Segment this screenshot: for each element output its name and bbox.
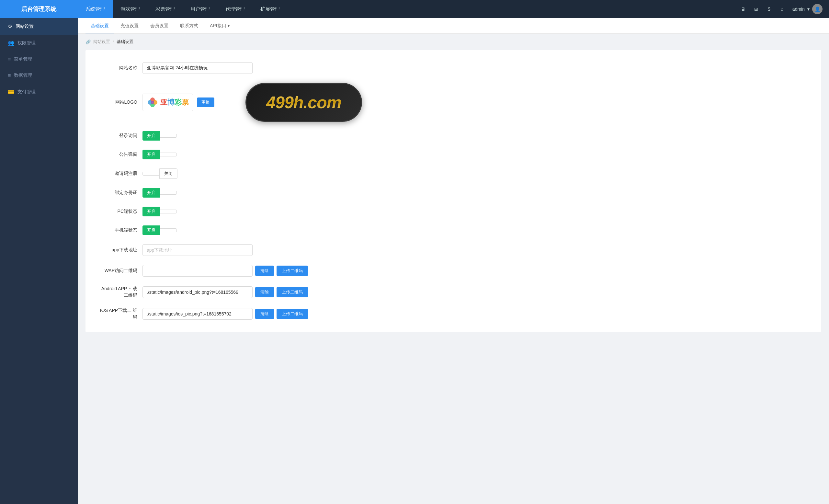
invite-code-close-button[interactable]: 关闭 <box>159 169 177 179</box>
mobile-status-label: 手机端状态 <box>99 227 137 233</box>
android-upload-button[interactable]: 上传二维码 <box>277 287 308 297</box>
site-name-row: 网站名称 <box>85 58 821 78</box>
nav-items: 系统管理 游戏管理 彩票管理 用户管理 代理管理 扩展管理 <box>78 0 738 18</box>
ios-qr-input[interactable] <box>143 308 253 320</box>
chevron-down-icon: ▾ <box>228 24 229 28</box>
bind-id-toggle: 开启 <box>143 188 177 197</box>
sidebar-item-label: 菜单管理 <box>14 57 32 62</box>
ios-clear-button[interactable]: 清除 <box>255 309 274 319</box>
breadcrumb-parent[interactable]: 网站设置 <box>93 39 110 45</box>
breadcrumb-current: 基础设置 <box>116 39 134 45</box>
ios-qr-row: IOS APP下载二 维码 清除 上传二维码 <box>85 303 821 325</box>
sidebar-item-label: 数据管理 <box>14 73 32 78</box>
login-access-toggle: 开启 <box>143 131 177 141</box>
breadcrumb-separator: / <box>113 39 114 44</box>
ios-qr-input-row: 清除 上传二维码 <box>143 308 308 320</box>
sidebar: ⚙ 网站设置 👥 权限管理 ≡ 菜单管理 ≡ 数据管理 💳 支付管理 <box>0 18 78 504</box>
login-access-row: 登录访问 开启 <box>85 126 821 145</box>
nav-item-lottery[interactable]: 彩票管理 <box>148 0 183 18</box>
app-download-input[interactable] <box>143 244 253 256</box>
tab-api[interactable]: API接口 ▾ <box>205 18 235 33</box>
nav-right-icons: 🖥 ⊞ $ ⌂ <box>738 4 787 14</box>
grid-icon[interactable]: ⊞ <box>751 4 761 14</box>
ios-qr-label: IOS APP下载二 维码 <box>99 308 137 320</box>
gear-icon: ⚙ <box>8 23 12 30</box>
logo-preview: 亚博彩票 更换 <box>143 94 214 111</box>
bind-id-off-area <box>160 191 177 195</box>
tab-recharge[interactable]: 充值设置 <box>115 18 144 33</box>
android-qr-label: Android APP下 载二维码 <box>99 286 137 298</box>
android-qr-input[interactable] <box>143 286 253 298</box>
wap-qr-input-row: 清除 上传二维码 <box>143 265 308 277</box>
tab-contact[interactable]: 联系方式 <box>175 18 203 33</box>
nav-right: 🖥 ⊞ $ ⌂ admin ▾ 👤 <box>738 4 829 14</box>
site-name-control <box>143 62 253 74</box>
dollar-icon[interactable]: $ <box>764 4 774 14</box>
pc-status-on-button[interactable]: 开启 <box>143 207 160 216</box>
bind-id-on-button[interactable]: 开启 <box>143 188 160 197</box>
breadcrumb: 🔗 网站设置 / 基础设置 <box>78 34 829 50</box>
announcement-off-area <box>160 152 177 156</box>
data-icon: ≡ <box>8 73 11 78</box>
mobile-status-off-area <box>160 228 177 232</box>
login-access-label: 登录访问 <box>99 133 137 139</box>
pc-status-row: PC端状态 开启 <box>85 202 821 221</box>
menu-icon: ≡ <box>8 57 11 62</box>
mobile-status-on-button[interactable]: 开启 <box>143 225 160 235</box>
android-clear-button[interactable]: 清除 <box>255 287 274 297</box>
sidebar-item-label: 支付管理 <box>17 89 36 95</box>
nav-item-system[interactable]: 系统管理 <box>78 0 113 18</box>
home-icon[interactable]: ⌂ <box>777 4 787 14</box>
site-name-label: 网站名称 <box>99 65 137 71</box>
logo-flower-icon <box>147 97 158 108</box>
app-title: 后台管理系统 <box>22 5 56 13</box>
bind-id-label: 绑定身份证 <box>99 190 137 195</box>
sidebar-item-permissions[interactable]: 👥 权限管理 <box>0 35 78 51</box>
invite-code-toggle: 关闭 <box>143 169 177 179</box>
wap-qr-input[interactable] <box>143 265 253 277</box>
nav-item-game[interactable]: 游戏管理 <box>113 0 148 18</box>
sidebar-item-data[interactable]: ≡ 数据管理 <box>0 67 78 83</box>
wap-qr-row: WAP访问二维码 清除 上传二维码 <box>85 260 821 281</box>
site-name-input[interactable] <box>143 62 253 74</box>
android-qr-input-row: 清除 上传二维码 <box>143 286 308 298</box>
bind-id-row: 绑定身份证 开启 <box>85 183 821 202</box>
logo-text: 亚博彩票 <box>160 98 189 107</box>
announcement-label: 公告弹窗 <box>99 152 137 157</box>
wap-clear-button[interactable]: 清除 <box>255 265 274 276</box>
sidebar-item-menu[interactable]: ≡ 菜单管理 <box>0 51 78 67</box>
users-icon: 👥 <box>8 40 14 46</box>
nav-item-agent[interactable]: 代理管理 <box>218 0 253 18</box>
payment-icon: 💳 <box>8 89 14 95</box>
nav-item-expand[interactable]: 扩展管理 <box>253 0 288 18</box>
tab-basic[interactable]: 基础设置 <box>85 18 114 33</box>
app-download-label: app下载地址 <box>99 247 137 253</box>
invite-code-inactive-left <box>143 172 159 176</box>
app-logo: 后台管理系统 <box>0 0 78 18</box>
nav-item-user[interactable]: 用户管理 <box>183 0 218 18</box>
svg-point-4 <box>151 101 154 104</box>
form-card: 网站名称 网站LOGO <box>85 50 821 332</box>
wap-upload-button[interactable]: 上传二维码 <box>277 265 308 276</box>
app-download-control <box>143 244 253 256</box>
monitor-icon[interactable]: 🖥 <box>738 4 748 14</box>
wap-qr-label: WAP访问二维码 <box>99 268 137 274</box>
site-logo-label: 网站LOGO <box>99 100 137 105</box>
admin-label: admin <box>792 6 805 12</box>
big-logo-display: 499h.com <box>246 83 362 122</box>
sidebar-item-payment[interactable]: 💳 支付管理 <box>0 83 78 100</box>
android-qr-row: Android APP下 载二维码 清除 上传二维码 <box>85 281 821 303</box>
sidebar-item-website-settings[interactable]: ⚙ 网站设置 <box>0 18 78 35</box>
tab-member[interactable]: 会员设置 <box>145 18 174 33</box>
logo-change-button[interactable]: 更换 <box>197 98 214 107</box>
admin-info[interactable]: admin ▾ 👤 <box>792 4 823 14</box>
ios-upload-button[interactable]: 上传二维码 <box>277 309 308 319</box>
site-logo-row: 网站LOGO 亚博彩票 <box>85 78 821 126</box>
sub-tabs: 基础设置 充值设置 会员设置 联系方式 API接口 ▾ <box>78 18 829 34</box>
sidebar-item-label: 网站设置 <box>15 24 34 30</box>
top-navigation: 后台管理系统 系统管理 游戏管理 彩票管理 用户管理 代理管理 扩展管理 🖥 ⊞… <box>0 0 829 18</box>
pc-status-off-area <box>160 210 177 213</box>
announcement-on-button[interactable]: 开启 <box>143 150 160 159</box>
link-icon: 🔗 <box>85 39 91 44</box>
login-access-on-button[interactable]: 开启 <box>143 131 160 141</box>
